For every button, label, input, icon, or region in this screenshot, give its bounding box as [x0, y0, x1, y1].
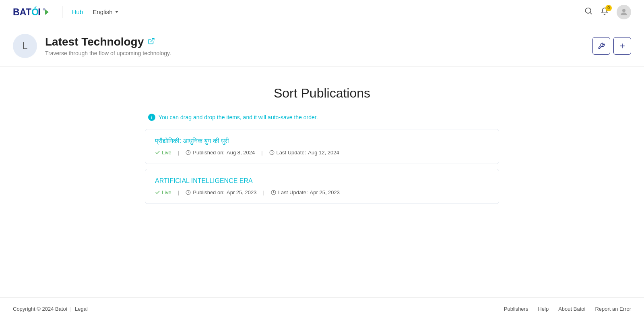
updated-time-2: Last Update: Apr 25, 2023 — [271, 189, 340, 195]
sep-1: | — [178, 150, 179, 156]
publication-card-1[interactable]: प्रौद्योगिकी: आधुनिक युग की धुरी Live | … — [145, 129, 499, 164]
published-time-2: Published on: Apr 25, 2023 — [186, 189, 256, 195]
header-divider — [62, 6, 62, 18]
page-avatar: L — [13, 34, 37, 58]
legal-text[interactable]: Legal — [75, 306, 88, 312]
page-header: L Latest Technology Traverse through the… — [0, 24, 644, 66]
svg-text:I: I — [38, 6, 40, 17]
updated-label-1: Last Update: — [277, 150, 306, 156]
svg-line-6 — [590, 12, 592, 14]
notification-badge: 0 — [605, 5, 612, 11]
footer-left: Copyright © 2024 Batoi | Publishers Lega… — [13, 306, 88, 312]
header-right: 0 — [584, 5, 631, 19]
status-live-2: Live — [155, 189, 171, 195]
publications-list: i You can drag and drop the items, and i… — [145, 114, 499, 209]
svg-marker-4 — [45, 9, 49, 15]
updated-time-1: Last Update: Aug 12, 2024 — [269, 150, 339, 156]
svg-text:BAT: BAT — [13, 6, 31, 17]
publication-card-2[interactable]: ARTIFICIAL INTELLIGENCE ERA Live | Publi… — [145, 169, 499, 204]
status-text-2: Live — [162, 189, 171, 195]
page-actions — [592, 37, 631, 55]
main-content: Sort Publications i You can drag and dro… — [0, 66, 644, 297]
published-label-2: Published on: — [193, 189, 225, 195]
footer-right: Publishers Help About Batoi Report an Er… — [504, 306, 631, 312]
about-link[interactable]: About Batoi — [558, 306, 585, 312]
page-subtitle: Traverse through the flow of upcoming te… — [45, 50, 592, 56]
language-label: English — [93, 8, 112, 15]
svg-point-7 — [622, 9, 625, 12]
status-live-1: Live — [155, 150, 171, 156]
clock-icon-1b — [269, 150, 275, 155]
sep-3: | — [178, 189, 179, 195]
publication-meta-1: Live | Published on: Aug 8, 2024 | Last … — [155, 150, 489, 156]
updated-date-1: Aug 12, 2024 — [308, 150, 339, 156]
svg-text:®: ® — [43, 8, 45, 11]
published-time-1: Published on: Aug 8, 2024 — [186, 150, 255, 156]
nav-hub[interactable]: Hub — [72, 8, 83, 15]
search-button[interactable] — [584, 7, 592, 17]
language-selector[interactable]: English — [93, 8, 118, 15]
drag-hint-text: You can drag and drop the items, and it … — [159, 114, 318, 121]
logo: BAT Ó I ® — [13, 6, 52, 19]
publication-title-1[interactable]: प्रौद्योगिकी: आधुनिक युग की धुरी — [155, 137, 489, 145]
updated-label-2: Last Update: — [278, 189, 308, 195]
notification-button[interactable]: 0 — [601, 7, 609, 17]
footer: Copyright © 2024 Batoi | Publishers Lega… — [0, 297, 644, 320]
logo-image: BAT Ó I ® — [13, 6, 52, 19]
add-button[interactable] — [613, 37, 631, 55]
svg-line-8 — [151, 38, 154, 42]
page-avatar-letter: L — [22, 40, 27, 52]
publication-title-2[interactable]: ARTIFICIAL INTELLIGENCE ERA — [155, 177, 489, 185]
updated-date-2: Apr 25, 2023 — [310, 189, 340, 195]
help-link[interactable]: Help — [538, 306, 549, 312]
published-date-1: Aug 8, 2024 — [227, 150, 255, 156]
settings-button[interactable] — [592, 37, 610, 55]
published-label-1: Published on: — [193, 150, 225, 156]
chevron-down-icon — [115, 11, 118, 13]
drag-hint: i You can drag and drop the items, and i… — [145, 114, 499, 121]
publication-meta-2: Live | Published on: Apr 25, 2023 | Last… — [155, 189, 489, 195]
clock-icon-2 — [186, 190, 191, 195]
sep-2: | — [261, 150, 262, 156]
published-date-2: Apr 25, 2023 — [227, 189, 256, 195]
check-icon — [155, 150, 160, 155]
wrench-icon — [598, 42, 605, 50]
status-text-1: Live — [162, 150, 171, 156]
page-title-block: Latest Technology Traverse through the f… — [45, 35, 592, 56]
report-error-link[interactable]: Report an Error — [595, 306, 631, 312]
sep-4: | — [263, 189, 264, 195]
sort-title: Sort Publications — [13, 86, 631, 101]
check-icon-2 — [155, 190, 160, 195]
copyright-text: Copyright © 2024 Batoi — [13, 306, 67, 312]
external-link-icon[interactable] — [148, 37, 155, 47]
clock-icon-1 — [186, 150, 191, 155]
plus-icon — [619, 42, 626, 50]
clock-icon-2b — [271, 190, 276, 195]
info-icon: i — [148, 114, 155, 121]
page-title-text: Latest Technology — [45, 35, 144, 48]
page-title: Latest Technology — [45, 35, 592, 48]
publishers-link[interactable]: Publishers — [504, 306, 528, 312]
avatar[interactable] — [617, 5, 631, 19]
footer-sep: | — [70, 306, 72, 312]
header: BAT Ó I ® Hub English 0 — [0, 0, 644, 24]
